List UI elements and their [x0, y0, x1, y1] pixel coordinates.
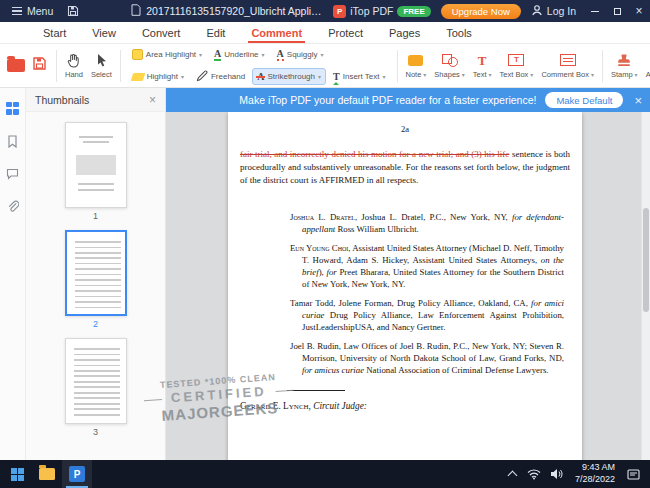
minimize-button[interactable] — [584, 0, 606, 22]
text-segment: Eun Young Choi — [290, 243, 348, 253]
insert-text-button[interactable]: T Insert Text ▾ — [328, 68, 390, 85]
close-button[interactable]: × — [628, 0, 650, 22]
tab-start[interactable]: Start — [30, 22, 79, 43]
page-thumbnail[interactable]: 3 — [65, 338, 127, 437]
clock-time: 9:43 AM — [575, 462, 615, 474]
stamp-icon — [616, 53, 632, 68]
stamp-button[interactable]: Stamp▾ — [607, 51, 642, 81]
tab-pages[interactable]: Pages — [376, 22, 433, 43]
tab-view[interactable]: View — [79, 22, 129, 43]
tab-tools[interactable]: Tools — [433, 22, 485, 43]
text-segment: Joshua L. Dratel — [290, 212, 355, 222]
area-highlight-button[interactable]: Area Highlight ▾ — [127, 46, 207, 63]
attachment-button[interactable]: Attachment▾ — [642, 51, 650, 81]
user-icon — [531, 4, 543, 18]
freehand-button[interactable]: Freehand — [191, 67, 250, 87]
highlight-button[interactable]: Highlight ▾ — [127, 69, 189, 84]
content-area: Thumbnails × 1 2 3 Make iTop — [0, 88, 650, 460]
banner-message: Make iTop PDF your default PDF reader fo… — [239, 94, 536, 106]
chevron-down-icon: ▾ — [199, 51, 202, 58]
open-file-icon[interactable] — [7, 59, 25, 72]
thumbnail-list: 1 2 3 — [26, 112, 165, 460]
attachments-panel-icon[interactable] — [5, 199, 21, 215]
comments-panel-icon[interactable] — [5, 166, 21, 182]
page-thumbnail-selected[interactable]: 2 — [65, 230, 127, 329]
thumbnail-page-number: 1 — [65, 211, 127, 221]
thumbnail-preview — [65, 230, 127, 316]
attachment-label: Attachment — [646, 70, 650, 79]
itop-pdf-window: Menu 20171116135157920_Ulbricht Applicat… — [0, 0, 650, 488]
vertical-scrollbar[interactable] — [641, 112, 650, 460]
quick-actions — [2, 56, 52, 75]
insert-text-label: Insert Text — [343, 72, 380, 81]
menu-label: Menu — [27, 5, 53, 17]
text-box-button[interactable]: T Text Box▾ — [496, 51, 538, 81]
thumbnails-title: Thumbnails — [35, 94, 89, 106]
chevron-down-icon: ▾ — [382, 73, 385, 80]
toolbar-divider — [602, 50, 603, 82]
menu-button[interactable]: Menu — [6, 0, 59, 22]
toolbar-divider — [56, 50, 57, 82]
maximize-button[interactable] — [606, 0, 628, 22]
pdf-page[interactable]: 2a fair trial, and incorrectly denied hi… — [228, 112, 582, 460]
text-segment: for — [326, 267, 336, 277]
markup-tools-group: Area Highlight ▾ A Underline ▾ A Squiggl… — [125, 45, 393, 87]
start-button[interactable] — [2, 460, 32, 488]
underline-button[interactable]: A Underline ▾ — [209, 45, 270, 64]
banner-close-icon[interactable]: × — [634, 93, 642, 108]
panel-close-icon[interactable]: × — [149, 93, 156, 107]
volume-icon[interactable] — [546, 460, 567, 488]
squiggly-icon: A — [277, 48, 284, 61]
squiggly-button[interactable]: A Squiggly ▾ — [272, 45, 329, 64]
shapes-button[interactable]: Shapes▾ — [430, 51, 468, 81]
save-file-icon[interactable] — [32, 56, 47, 75]
network-icon[interactable] — [524, 460, 545, 488]
save-icon[interactable] — [67, 5, 79, 17]
tab-edit[interactable]: Edit — [193, 22, 238, 43]
shapes-icon — [442, 54, 458, 67]
tab-convert[interactable]: Convert — [129, 22, 194, 43]
comment-box-icon — [560, 54, 576, 66]
counsel-paragraph: Tamar Todd, Jolene Forman, Drug Policy A… — [290, 297, 564, 333]
login-label: Log In — [547, 5, 576, 17]
system-tray: 9:43 AM 7/28/2022 — [502, 460, 648, 488]
tab-protect[interactable]: Protect — [315, 22, 376, 43]
text-segment: Ross William Ulbricht. — [335, 224, 419, 234]
window-controls: × — [584, 0, 650, 22]
strikethrough-icon: A — [257, 71, 264, 82]
chevron-down-icon: ▾ — [262, 51, 265, 58]
text-button[interactable]: T Text▾ — [469, 51, 496, 81]
upgrade-now-button[interactable]: Upgrade Now — [441, 4, 521, 19]
page-thumbnail[interactable]: 1 — [65, 122, 127, 221]
thumbnail-page-number: 2 — [65, 319, 127, 329]
strikethrough-label: Strikethrough — [267, 72, 315, 81]
strikethrough-button[interactable]: A Strikethrough ▾ — [252, 68, 326, 85]
insert-text-icon: T — [333, 71, 340, 82]
windows-logo-icon — [11, 468, 24, 481]
left-icon-strip — [0, 88, 26, 460]
login-button[interactable]: Log In — [531, 4, 576, 18]
chevron-down-icon: ▾ — [489, 71, 492, 78]
itop-pdf-taskbar-button[interactable]: P — [62, 460, 92, 488]
tab-comment[interactable]: Comment — [238, 22, 315, 43]
tray-chevron-icon[interactable] — [502, 460, 523, 488]
text-segment: fair trial, and incorrectly denied his m… — [240, 149, 509, 159]
thumbnails-panel-icon[interactable] — [5, 100, 21, 116]
select-tool-button[interactable]: Select — [87, 51, 116, 81]
comment-box-button[interactable]: Comment Box▾ — [537, 51, 598, 81]
freehand-label: Freehand — [211, 72, 245, 81]
freehand-pen-icon — [196, 70, 208, 84]
thumbnail-preview — [65, 338, 127, 424]
taskbar-clock[interactable]: 9:43 AM 7/28/2022 — [568, 462, 622, 485]
bookmarks-panel-icon[interactable] — [5, 133, 21, 149]
hand-tool-button[interactable]: Hand — [61, 51, 87, 81]
text-segment: Tamar Todd, Jolene Forman, Drug Policy A… — [290, 298, 531, 308]
file-explorer-button[interactable] — [32, 460, 62, 488]
make-default-button[interactable]: Make Default — [545, 92, 623, 108]
scrollbar-thumb[interactable] — [643, 208, 649, 312]
chevron-down-icon: ▾ — [591, 71, 594, 78]
note-button[interactable]: Note▾ — [402, 51, 431, 81]
document-viewport[interactable]: 2a fair trial, and incorrectly denied hi… — [166, 112, 650, 460]
comment-box-label: Comment Box — [541, 70, 589, 79]
action-center-icon[interactable] — [623, 460, 644, 488]
